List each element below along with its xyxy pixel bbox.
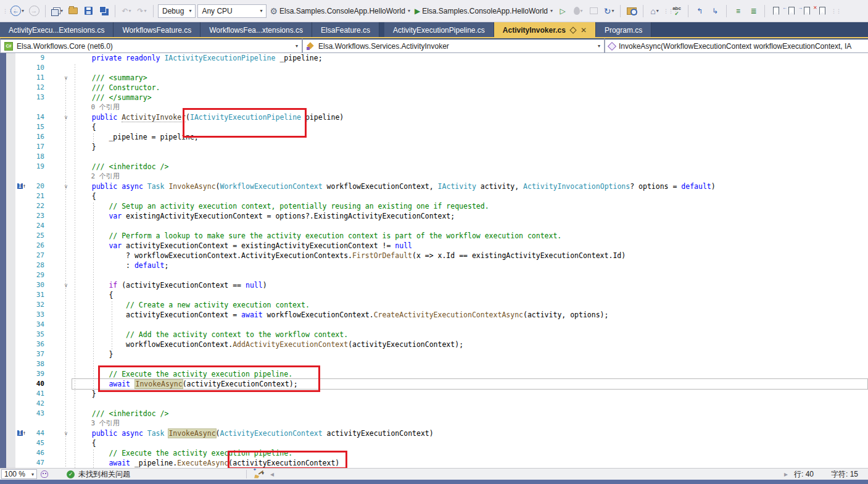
code-line[interactable]: 37 } <box>0 349 868 359</box>
code-line[interactable]: 14∨ public ActivityInvoker(IActivityExec… <box>0 112 868 122</box>
code-line[interactable]: 33 activityExecutionContext = await work… <box>0 310 868 320</box>
tab-program-cs[interactable]: Program.cs <box>596 22 651 38</box>
hot-reload-button[interactable]: ▾ <box>571 4 585 19</box>
code-line[interactable]: 22 // Setup an activity execution contex… <box>0 201 868 211</box>
start-without-debugging-button[interactable]: ▷ <box>556 4 569 19</box>
navigate-to-cursor-button[interactable]: ↰ <box>693 4 706 19</box>
tab-workflowsfeature-cs[interactable]: WorkflowsFeature.cs <box>114 22 200 38</box>
code-line[interactable]: 19 /// <inheritdoc /> <box>0 162 868 172</box>
clear-bookmarks-button[interactable]: ✕ <box>816 4 829 19</box>
code-line[interactable]: 17 } <box>0 142 868 152</box>
code-line[interactable]: 42 <box>0 399 868 409</box>
startup-project-dropdown[interactable]: ⚙Elsa.Samples.ConsoleApp.HelloWorld▾ <box>268 4 411 19</box>
solution-platform-dropdown[interactable]: Any CPU▾ <box>197 4 267 18</box>
code-line[interactable]: 11∨ /// <summary> <box>0 73 868 83</box>
toggle-bookmark-button[interactable] <box>769 4 783 19</box>
code-line[interactable]: 15 { <box>0 122 868 132</box>
code-line[interactable]: 24 <box>0 221 868 231</box>
restart-button[interactable]: ↻▾ <box>602 4 616 19</box>
tab-activityexecutionpipeline-cs[interactable]: ActivityExecutionPipeline.cs <box>384 22 494 38</box>
code-line[interactable]: 21 { <box>0 191 868 201</box>
find-in-files-button[interactable] <box>625 4 639 19</box>
sync-with-active-document-button[interactable]: ⌂▾ <box>648 4 661 19</box>
code-line[interactable]: 43 /// <inheritdoc /> <box>0 409 868 419</box>
code-line[interactable]: 36 workflowExecutionContext.AddActivityE… <box>0 340 868 349</box>
close-icon[interactable]: ✕ <box>581 26 587 35</box>
move-caret-button[interactable]: ↳ <box>708 4 722 19</box>
scroll-right-arrow[interactable]: ▸ <box>784 470 788 478</box>
toolbar-drag-handle[interactable]: ⋮⋮⋮ <box>663 9 668 14</box>
code-line[interactable]: I↑44∨ public async Task InvokeAsync(Acti… <box>0 428 868 438</box>
code-line[interactable]: 47 await _pipeline.ExecuteAsync(activity… <box>0 458 868 468</box>
document-health-label[interactable]: 未找到相关问题 <box>78 469 130 480</box>
caret-icon[interactable]: ▾ <box>22 8 24 14</box>
code-line[interactable]: 25 // Perform a lookup to make sure the … <box>0 231 868 241</box>
previous-bookmark-button[interactable]: ← <box>785 4 798 19</box>
caret-icon[interactable]: ▾ <box>581 8 583 14</box>
tab-activityexecu-extensions-cs[interactable]: ActivityExecu...Extensions.cs <box>0 22 114 38</box>
code-line[interactable]: 27 ? workflowExecutionContext.ActivityEx… <box>0 251 868 261</box>
code-line[interactable]: 26 var activityExecutionContext = existi… <box>0 241 868 251</box>
apply-code-changes-button[interactable] <box>587 4 600 19</box>
code-line[interactable]: 28 : default; <box>0 261 868 270</box>
codelens-row[interactable]: 0 个引用 <box>0 102 868 112</box>
code-line[interactable]: 46 // Execute the activity execution pip… <box>0 448 868 458</box>
fold-chevron-icon[interactable]: ∨ <box>62 73 70 83</box>
code-line[interactable]: 45 { <box>0 438 868 448</box>
fold-chevron-icon[interactable]: ∨ <box>62 112 70 122</box>
open-file-button[interactable] <box>66 4 80 19</box>
type-dropdown[interactable]: Elsa.Workflows.Services.ActivityInvoker … <box>302 38 605 53</box>
pin-icon[interactable] <box>569 27 576 33</box>
format-selection-button[interactable]: ≣ <box>746 4 760 19</box>
code-line[interactable]: 18 <box>0 152 868 162</box>
code-line[interactable]: I↑20∨ public async Task InvokeAsync(Work… <box>0 182 868 191</box>
solution-configuration-dropdown[interactable]: Debug▾ <box>158 4 196 18</box>
code-line[interactable]: 29 <box>0 270 868 280</box>
tab-workflowsfea-xtensions-cs[interactable]: WorkflowsFea...xtensions.cs <box>200 22 312 38</box>
intellicode-icon[interactable] <box>41 470 48 478</box>
caret-icon[interactable]: ▾ <box>129 8 131 14</box>
start-debugging-button[interactable]: ▶Elsa.Samples.ConsoleApp.HelloWorld▾ <box>413 4 554 19</box>
spell-checker-button[interactable]: abc✓ <box>670 4 684 19</box>
code-line[interactable]: 12 /// Constructor. <box>0 83 868 93</box>
code-line[interactable]: 35 // Add the activity context to the wo… <box>0 330 868 340</box>
horizontal-scrollbar[interactable]: ◂ ▸ <box>268 470 790 478</box>
code-line[interactable]: 30∨ if (activityExecutionContext == null… <box>0 280 868 290</box>
zoom-dropdown[interactable]: 100 %▾ <box>1 469 37 479</box>
navigate-forward-button[interactable]: → <box>27 4 41 19</box>
code-line[interactable]: 16 _pipeline = pipeline; <box>0 132 868 142</box>
code-line[interactable]: 32 // Create a new activity execution co… <box>0 300 868 310</box>
format-document-button[interactable]: ≡ <box>731 4 745 19</box>
toolbar-drag-handle[interactable]: ⋮⋮⋮ <box>2 9 7 14</box>
fold-chevron-icon[interactable]: ∨ <box>62 280 70 290</box>
code-cleanup-button[interactable]: ✦▾ <box>254 470 264 478</box>
member-dropdown[interactable]: InvokeAsync(WorkflowExecutionContext wor… <box>605 38 868 53</box>
caret-icon[interactable]: ▾ <box>60 8 63 14</box>
undo-button[interactable]: ↶▾ <box>120 4 133 19</box>
fold-chevron-icon[interactable]: ∨ <box>62 428 70 438</box>
save-all-button[interactable] <box>97 4 110 19</box>
codelens-row[interactable]: 3 个引用 <box>0 419 868 428</box>
code-line[interactable]: 23 var existingActivityExecutionContext … <box>0 211 868 221</box>
code-line[interactable]: 34 <box>0 320 868 330</box>
code-lines[interactable]: 9 private readonly IActivityExecutionPip… <box>0 53 868 468</box>
codelens-row[interactable]: 2 个引用 <box>0 172 868 182</box>
tab-activityinvoker-cs[interactable]: ActivityInvoker.cs✕ <box>494 22 596 38</box>
code-line[interactable]: 10 <box>0 63 868 73</box>
caret-icon[interactable]: ▾ <box>611 8 614 14</box>
code-line[interactable]: 13 /// </summary> <box>0 93 868 102</box>
code-line[interactable]: 31 { <box>0 290 868 300</box>
code-editor[interactable]: 9 private readonly IActivityExecutionPip… <box>0 53 868 468</box>
tab-elsafeature-cs[interactable]: ElsaFeature.cs <box>312 22 379 38</box>
redo-button[interactable]: ↷▾ <box>135 4 149 19</box>
fold-chevron-icon[interactable]: ∨ <box>62 182 70 191</box>
new-window-button[interactable]: ▾ <box>50 4 64 19</box>
navigate-back-button[interactable]: ←▾ <box>9 4 25 19</box>
caret-icon[interactable]: ▾ <box>656 8 659 14</box>
scroll-left-arrow[interactable]: ◂ <box>270 470 274 478</box>
caret-icon[interactable]: ▾ <box>144 8 147 14</box>
next-bookmark-button[interactable]: → <box>800 4 814 19</box>
project-dropdown[interactable]: C# Elsa.Workflows.Core (net6.0) ▾ <box>0 38 302 53</box>
toolbar-overflow[interactable]: ⋮⋮ <box>831 9 836 14</box>
save-button[interactable] <box>81 4 95 19</box>
